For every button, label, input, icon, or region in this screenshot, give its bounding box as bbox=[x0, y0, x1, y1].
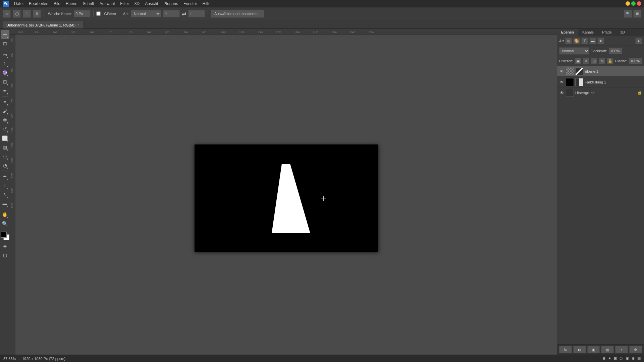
menu-item-filter[interactable]: Filter bbox=[118, 1, 131, 7]
toolbar-single-row[interactable]: ⊟ bbox=[33, 10, 41, 18]
history-brush-tool[interactable]: ↺▼ bbox=[1, 125, 9, 133]
spot-heal-tool[interactable]: ✦▼ bbox=[1, 98, 9, 106]
tab-3d[interactable]: 3D bbox=[616, 29, 629, 36]
status-icon3[interactable]: ⊞ bbox=[614, 356, 617, 361]
layer-visibility-toggle[interactable]: 👁 bbox=[559, 79, 565, 85]
select-mask-button[interactable]: Auswählen und maskieren... bbox=[211, 10, 264, 18]
eraser-tool[interactable]: ⬜▼ bbox=[1, 134, 9, 142]
eyedropper-tool[interactable]: ✒▼ bbox=[1, 86, 9, 95]
svg-text:1900: 1900 bbox=[11, 188, 13, 193]
anti-alias-checkbox[interactable] bbox=[96, 11, 101, 16]
text-tool[interactable]: T▼ bbox=[1, 181, 9, 190]
tab-close-icon[interactable]: × bbox=[77, 23, 79, 27]
layer-group-button[interactable]: ▤ bbox=[601, 346, 614, 353]
width-input[interactable] bbox=[163, 10, 180, 17]
layer-adjustment-button[interactable]: ▣ bbox=[587, 346, 600, 353]
height-input[interactable] bbox=[188, 10, 205, 17]
menu-item-schrift[interactable]: Schrift bbox=[81, 1, 96, 7]
menu-item-bild[interactable]: Bild bbox=[52, 1, 62, 7]
color-swatches[interactable] bbox=[1, 232, 9, 242]
lock-all-btn[interactable]: 🔒 bbox=[607, 58, 613, 64]
layer-mask-button[interactable]: ◐ bbox=[573, 346, 586, 353]
menu-item-3d[interactable]: 3D bbox=[132, 1, 142, 7]
fill-input[interactable] bbox=[629, 58, 642, 64]
toolbar-rect-select[interactable]: ▭ bbox=[3, 10, 11, 18]
blur-tool[interactable]: ◌▼ bbox=[1, 152, 9, 161]
filter-shape-btn[interactable]: ▬ bbox=[589, 38, 596, 44]
status-icon4[interactable]: ⬡ bbox=[620, 356, 623, 361]
status-icon6[interactable]: ⊕ bbox=[632, 356, 635, 361]
lock-move-btn[interactable]: ⊕ bbox=[599, 58, 605, 64]
new-layer-button[interactable]: + bbox=[615, 346, 628, 353]
close-button[interactable] bbox=[637, 1, 641, 6]
search-icon[interactable]: 🔍 bbox=[624, 10, 632, 18]
toolbar-lasso-select[interactable]: ⌇ bbox=[23, 10, 31, 18]
move-tool[interactable]: ✛▼ bbox=[1, 30, 9, 39]
soft-edge-input[interactable] bbox=[74, 10, 91, 17]
toolbar-ellipse-select[interactable]: ◯ bbox=[13, 10, 21, 18]
status-icon5[interactable]: ▣ bbox=[626, 356, 629, 361]
filter-adjust-btn[interactable]: 🎨 bbox=[573, 38, 580, 44]
lock-paint-btn[interactable]: ✒ bbox=[583, 58, 589, 64]
marquee-tool[interactable]: ▭▼ bbox=[1, 50, 9, 59]
svg-text:2700: 2700 bbox=[368, 31, 374, 34]
clone-stamp-tool[interactable]: ✾▼ bbox=[1, 116, 9, 124]
shape-tool[interactable]: ▬▼ bbox=[1, 199, 9, 208]
minimize-button[interactable] bbox=[626, 1, 630, 6]
pen-tool[interactable]: ✒▼ bbox=[1, 172, 9, 181]
workspace-icon[interactable]: ⊞ bbox=[633, 10, 641, 18]
lock-artboard-btn[interactable]: ⊞ bbox=[591, 58, 597, 64]
crop-tool[interactable]: ⊞▼ bbox=[1, 77, 9, 86]
dodge-tool[interactable]: ◔▼ bbox=[1, 161, 9, 170]
layer-visibility-toggle[interactable]: 👁 bbox=[559, 90, 565, 96]
menu-item-ansicht[interactable]: Ansicht bbox=[143, 1, 160, 7]
zoom-tool[interactable]: 🔍 bbox=[1, 219, 9, 228]
document-tab[interactable]: Unbenannt-1 bei 37,8% (Ebene 1, RGB/8) × bbox=[3, 21, 83, 28]
layer-item[interactable]: 👁 Hintergrund 🔒 bbox=[557, 87, 644, 98]
ruler-left: -100 100 300 500 700 900 1100 1300 1500 … bbox=[10, 35, 16, 355]
foreground-color[interactable] bbox=[1, 232, 7, 238]
filter-type-btn[interactable]: ⊞ bbox=[565, 38, 572, 44]
path-select-tool[interactable]: ↖▼ bbox=[1, 190, 9, 199]
menu-item-datei[interactable]: Datei bbox=[12, 1, 25, 7]
layer-item[interactable]: 👁 Farbfüllung 1 bbox=[557, 77, 644, 87]
menu-item-ebene[interactable]: Ebene bbox=[64, 1, 79, 7]
toolbar: ▭ ◯ ⌇ ⊟ Weiche Kante: Glätten Art: Norma… bbox=[0, 7, 644, 20]
layer-item[interactable]: 👁 Ebene 1 bbox=[557, 66, 644, 77]
svg-text:300: 300 bbox=[11, 68, 13, 72]
layer-fx-button[interactable]: fx bbox=[559, 346, 572, 353]
menu-item-bearbeiten[interactable]: Bearbeiten bbox=[27, 1, 50, 7]
maximize-button[interactable] bbox=[631, 1, 636, 6]
select-subject-tool[interactable]: 🔮▼ bbox=[1, 68, 9, 77]
brush-tool[interactable]: 🖌▼ bbox=[1, 107, 9, 115]
edit-mode-tool[interactable]: ⊕ bbox=[1, 242, 9, 251]
opacity-input[interactable] bbox=[609, 48, 622, 54]
status-icon2[interactable]: ✦ bbox=[608, 356, 611, 361]
menu-item-auswahl[interactable]: Auswahl bbox=[98, 1, 117, 7]
svg-text:500: 500 bbox=[165, 31, 169, 34]
swap-icon[interactable]: ⇄ bbox=[182, 10, 186, 17]
filter-toggle[interactable]: ● bbox=[635, 38, 642, 44]
blend-mode-select[interactable]: Normal Auflösen Abdunkeln bbox=[559, 47, 589, 55]
canvas-viewport[interactable] bbox=[16, 35, 557, 355]
lock-transparent-btn[interactable]: ▣ bbox=[575, 58, 581, 64]
hand-tool[interactable]: ✋▼ bbox=[1, 210, 9, 219]
menu-item-hilfe[interactable]: Hilfe bbox=[201, 1, 213, 7]
status-icon1[interactable]: ⊟ bbox=[602, 356, 605, 361]
tab-ebenen[interactable]: Ebenen bbox=[557, 29, 578, 36]
gradient-tool[interactable]: ▤▼ bbox=[1, 143, 9, 152]
tab-kanaele[interactable]: Kanäle bbox=[578, 29, 598, 36]
menu-item-fenster[interactable]: Fenster bbox=[181, 1, 199, 7]
filter-text-btn[interactable]: T bbox=[581, 38, 588, 44]
frame-tool[interactable]: ⬡ bbox=[1, 251, 9, 260]
filter-smart-btn[interactable]: ★ bbox=[597, 38, 604, 44]
artboard-tool[interactable]: ⊡ bbox=[1, 39, 9, 48]
delete-layer-button[interactable]: 🗑 bbox=[629, 346, 642, 353]
canvas[interactable] bbox=[195, 144, 378, 252]
layer-visibility-toggle[interactable]: 👁 bbox=[559, 69, 565, 74]
status-icon7[interactable]: ▤ bbox=[637, 356, 641, 361]
menu-item-plugins[interactable]: Plug-ins bbox=[162, 1, 180, 7]
lasso-tool[interactable]: ⌇▼ bbox=[1, 59, 9, 68]
tab-pfade[interactable]: Pfade bbox=[598, 29, 616, 36]
style-select[interactable]: Normal Fest Größe fest Proportional bbox=[131, 10, 161, 17]
